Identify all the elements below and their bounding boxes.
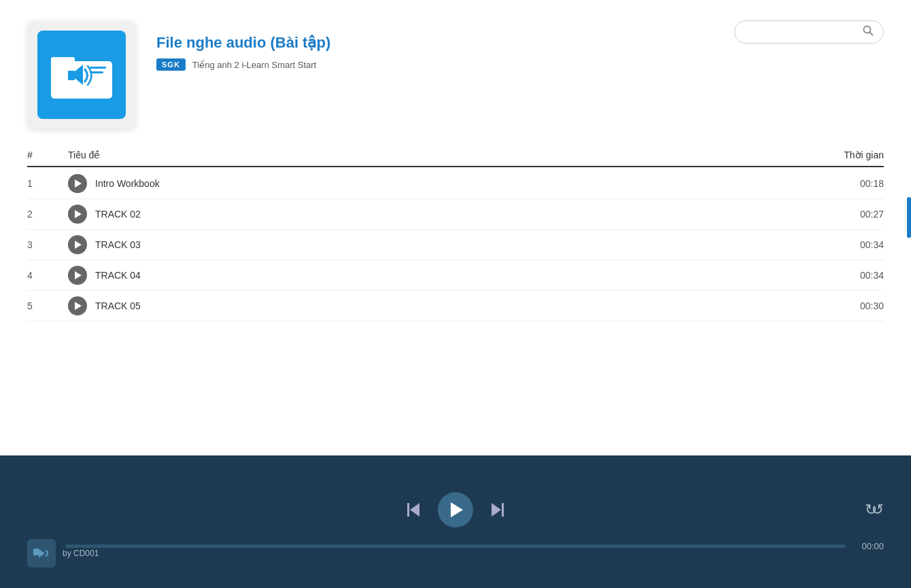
track-duration: 00:34 (802, 270, 884, 281)
track-play-button[interactable] (68, 235, 87, 254)
player-controls-row: ↻ ↻ (27, 492, 884, 528)
total-time: 00:00 (857, 541, 884, 551)
track-duration: 00:18 (802, 178, 884, 189)
skip-prev-icon (407, 503, 419, 517)
table-row[interactable]: 1 Intro Workbook 00:18 (27, 169, 884, 199)
app-title: File nghe audio (Bài tập) (156, 34, 330, 52)
track-name: Intro Workbook (95, 178, 160, 189)
publisher-name: Tiếng anh 2 i-Learn Smart Start (192, 60, 316, 70)
svg-rect-8 (33, 549, 39, 555)
player-bar: by CD001 ↻ ↻ 00:00 00:00 (0, 455, 911, 588)
scrollbar[interactable] (907, 197, 911, 238)
search-icon (863, 25, 874, 36)
col-number-header: # (27, 150, 68, 160)
svg-rect-3 (51, 57, 75, 65)
track-name: TRACK 05 (95, 300, 141, 311)
progress-bar[interactable] (65, 544, 846, 548)
track-title-cell: TRACK 03 (68, 235, 802, 254)
play-pause-button[interactable] (438, 492, 473, 528)
player-thumb (27, 539, 56, 568)
main-content: File nghe audio (Bài tập) SGK Tiếng anh … (0, 0, 911, 455)
track-duration: 00:30 (802, 300, 884, 311)
publisher-row: SGK Tiếng anh 2 i-Learn Smart Start (156, 58, 330, 71)
player-thumb-icon (31, 543, 52, 564)
track-number: 3 (27, 239, 68, 250)
svg-rect-4 (90, 67, 106, 69)
search-container (734, 20, 884, 44)
album-art-inner (37, 31, 126, 119)
track-number: 4 (27, 270, 68, 281)
prev-button[interactable] (402, 499, 424, 521)
track-number: 5 (27, 300, 68, 311)
album-art (27, 20, 136, 129)
svg-marker-9 (39, 549, 45, 558)
player-thumb-area: by CD001 (27, 539, 99, 568)
track-title-cell: TRACK 04 (68, 266, 802, 285)
track-number: 2 (27, 209, 68, 220)
progress-row: 00:00 00:00 (27, 541, 884, 551)
track-number: 1 (27, 178, 68, 189)
svg-line-1 (870, 33, 873, 35)
track-play-button[interactable] (68, 296, 87, 315)
play-icon (75, 179, 82, 188)
search-bar (734, 20, 884, 44)
track-table: # Tiêu đề Thời gian 1 Intro Workbook 00:… (27, 150, 884, 322)
track-title-cell: TRACK 05 (68, 296, 802, 315)
track-title-cell: Intro Workbook (68, 174, 802, 193)
search-input[interactable] (744, 27, 863, 37)
track-play-button[interactable] (68, 174, 87, 193)
track-play-button[interactable] (68, 205, 87, 224)
play-icon (75, 302, 82, 310)
table-row[interactable]: 2 TRACK 02 00:27 (27, 199, 884, 230)
table-row[interactable]: 5 TRACK 05 00:30 (27, 291, 884, 322)
track-duration: 00:27 (802, 209, 884, 220)
next-button[interactable] (487, 499, 509, 521)
col-duration-header: Thời gian (802, 150, 884, 160)
player-by-label: by CD001 (63, 549, 99, 558)
play-icon (451, 502, 463, 517)
play-icon (75, 210, 82, 218)
table-row[interactable]: 3 TRACK 03 00:34 (27, 230, 884, 260)
skip-next-icon (492, 503, 504, 517)
track-name: TRACK 02 (95, 209, 141, 220)
play-icon (75, 241, 82, 249)
search-button[interactable] (863, 25, 874, 39)
table-header: # Tiêu đề Thời gian (27, 150, 884, 167)
repeat-button[interactable]: ↻ ↻ (865, 501, 884, 519)
track-name: TRACK 03 (95, 239, 141, 250)
app-info: File nghe audio (Bài tập) SGK Tiếng anh … (156, 20, 330, 71)
sgk-badge: SGK (156, 58, 186, 71)
track-play-button[interactable] (68, 266, 87, 285)
track-name: TRACK 04 (95, 270, 141, 281)
track-title-cell: TRACK 02 (68, 205, 802, 224)
col-title-header: Tiêu đề (68, 150, 802, 160)
svg-rect-6 (68, 71, 75, 80)
track-duration: 00:34 (802, 239, 884, 250)
play-icon (75, 271, 82, 279)
tracks-list: 1 Intro Workbook 00:18 2 TRACK 02 00:27 … (27, 169, 884, 322)
repeat-icon2: ↻ (872, 501, 884, 519)
table-row[interactable]: 4 TRACK 04 00:34 (27, 260, 884, 291)
folder-icon (48, 48, 116, 102)
